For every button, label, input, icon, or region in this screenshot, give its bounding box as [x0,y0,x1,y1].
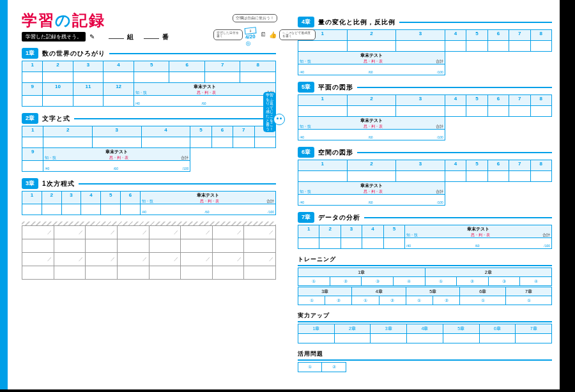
lesson-cell[interactable] [347,41,396,52]
lesson-cell[interactable] [103,72,134,83]
jitsuryoku-header: 4章 [407,324,443,334]
lesson-cell[interactable] [445,171,466,182]
lesson-cell[interactable] [530,106,551,117]
free-cell[interactable]: ／ [22,226,54,239]
lesson-cell[interactable] [22,96,43,107]
lesson-cell[interactable] [298,106,348,117]
test-cell[interactable]: /40/60/100 [134,96,275,107]
lesson-cell[interactable] [22,72,43,83]
lesson-cell[interactable] [396,171,445,182]
katsuyo-heading: 活用問題 [298,350,552,361]
training-cell[interactable]: ③ [362,277,394,286]
lesson-cell[interactable] [396,106,445,117]
jitsuryoku-cell[interactable] [334,334,371,343]
jitsuryoku-header: 3章 [371,324,407,334]
training-cell[interactable]: ① [352,296,379,305]
katsuyo-1[interactable]: ① [298,362,322,372]
lesson-cell[interactable] [169,72,205,83]
lesson-cell[interactable] [254,137,275,148]
training-cell[interactable]: ② [457,277,489,286]
pencil-icon: ✎ [89,33,95,40]
jitsuryoku-cell[interactable] [479,334,516,343]
lesson-cell[interactable] [121,204,141,215]
jitsuryoku-cell[interactable] [443,334,479,343]
lesson-cell[interactable] [190,137,211,148]
lesson-cell[interactable] [43,72,73,83]
lesson-cell[interactable] [347,171,396,182]
lesson-cell[interactable] [487,41,509,52]
lesson-header: 2 [42,192,61,204]
lesson-header: 7 [233,126,254,137]
lesson-cell[interactable] [383,238,404,249]
lesson-cell[interactable] [341,238,362,249]
lesson-cell[interactable] [298,238,319,249]
training-cell[interactable]: ④ [393,277,425,286]
test-cell[interactable]: /40/60/100 [298,64,445,75]
jitsuryoku-cell[interactable] [407,334,443,343]
lesson-cell[interactable] [298,171,348,182]
test-cell[interactable]: /40/60/100 [298,195,445,206]
test-cell[interactable]: /40/60/100 [140,204,275,215]
lesson-cell[interactable] [466,41,487,52]
jitsuryoku-cell[interactable] [371,334,407,343]
lesson-cell[interactable] [240,72,276,83]
lesson-header: 1 [22,192,42,204]
lesson-cell[interactable] [530,171,551,182]
training-cell[interactable]: ① [460,296,506,305]
lesson-header: 1 [22,126,43,137]
training-cell[interactable]: ② [330,277,362,286]
lesson-cell[interactable] [204,72,240,83]
training-cell[interactable]: ② [325,296,352,305]
training-cell[interactable]: ② [379,296,406,305]
lesson-cell[interactable] [73,72,103,83]
lesson-cell[interactable] [509,41,530,52]
training-cell[interactable]: ① [506,296,552,305]
lesson-cell[interactable] [103,96,134,107]
lesson-cell[interactable] [101,204,121,215]
training-cell[interactable]: ① [298,296,325,305]
lesson-cell[interactable] [73,96,103,107]
test-cell[interactable]: /40/60/100 [405,238,552,249]
training-cell[interactable]: ③ [488,277,520,286]
training-cell[interactable]: ① [298,277,330,286]
lesson-cell[interactable] [141,137,190,148]
lesson-cell[interactable] [22,137,43,148]
lesson-cell[interactable] [61,204,81,215]
lesson-cell[interactable] [509,171,530,182]
jitsuryoku-cell[interactable] [298,334,335,343]
lesson-cell[interactable] [466,106,487,117]
jitsuryoku-cell[interactable] [516,334,552,343]
training-cell[interactable]: ① [406,296,433,305]
lesson-cell[interactable] [134,72,169,83]
training-cell[interactable]: ② [433,296,460,305]
lesson-cell[interactable] [445,106,466,117]
lesson-cell[interactable] [466,171,487,182]
katsuyo-2[interactable]: ② [322,362,346,372]
lesson-cell[interactable] [319,238,341,249]
lesson-cell[interactable] [211,137,233,148]
chapter-block: 3章 1次方程式 123456章末テスト 知・技思・判・表合計/40/60/10… [22,178,276,215]
test-cell[interactable]: /40/60/100 [43,161,190,172]
lesson-cell[interactable] [81,204,101,215]
lesson-cell[interactable] [347,106,396,117]
lesson-cell[interactable] [445,41,466,52]
training-cell[interactable]: ① [425,277,457,286]
lesson-header: 7 [509,30,530,41]
lesson-cell[interactable] [530,41,551,52]
lesson-cell[interactable] [233,137,254,148]
class-blank-1[interactable] [109,38,124,39]
lesson-cell[interactable] [362,238,383,249]
lesson-cell[interactable] [22,204,42,215]
lesson-cell[interactable] [487,171,509,182]
test-cell[interactable]: /40/60/100 [298,130,445,140]
lesson-cell[interactable] [509,106,530,117]
lesson-cell[interactable] [42,204,61,215]
lesson-cell[interactable] [396,41,445,52]
lesson-cell[interactable] [487,106,509,117]
class-blank-2[interactable] [144,38,159,39]
lesson-cell[interactable] [43,137,93,148]
lesson-cell[interactable] [93,137,142,148]
lesson-cell[interactable] [43,96,73,107]
training-cell[interactable]: ④ [520,277,552,286]
lesson-cell[interactable] [22,161,43,172]
